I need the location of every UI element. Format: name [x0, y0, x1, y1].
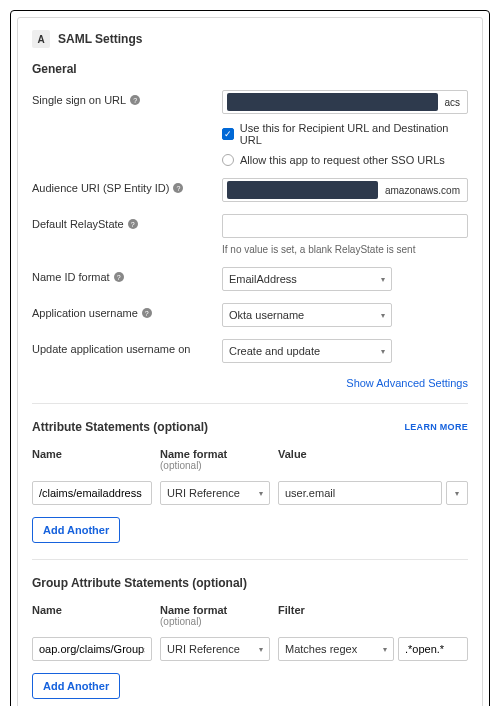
help-icon[interactable]: ? [130, 95, 140, 105]
masked-content [227, 181, 378, 199]
update-on-select[interactable]: Create and update ▾ [222, 339, 392, 363]
relaystate-hint: If no value is set, a blank RelayState i… [222, 244, 468, 255]
chevron-down-icon: ▾ [381, 275, 385, 284]
chevron-down-icon: ▾ [455, 489, 459, 498]
group-name-input[interactable] [32, 637, 152, 661]
attr-name-input[interactable] [32, 481, 152, 505]
add-attribute-button[interactable]: Add Another [32, 517, 120, 543]
help-icon[interactable]: ? [128, 219, 138, 229]
learn-more-link[interactable]: LEARN MORE [405, 422, 469, 432]
update-on-label: Update application username on [32, 343, 190, 355]
recipient-url-checkbox[interactable]: ✓ [222, 128, 234, 140]
chevron-down-icon: ▾ [259, 489, 263, 498]
chevron-down-icon: ▾ [259, 645, 263, 654]
group-filter-select[interactable]: Matches regex ▾ [278, 637, 394, 661]
panel-header: A SAML Settings [32, 30, 468, 48]
group-attribute-row: URI Reference ▾ Matches regex ▾ [32, 637, 468, 661]
help-icon[interactable]: ? [173, 183, 183, 193]
group-filter-pattern-input[interactable] [398, 637, 468, 661]
relaystate-input[interactable] [222, 214, 468, 238]
attr-value-dropdown[interactable]: ▾ [446, 481, 468, 505]
attr-value-select[interactable]: user.email [278, 481, 442, 505]
sso-url-suffix: acs [444, 97, 460, 108]
section-general: General [32, 62, 468, 76]
chevron-down-icon: ▾ [381, 347, 385, 356]
add-group-attribute-button[interactable]: Add Another [32, 673, 120, 699]
allow-other-sso-radio[interactable] [222, 154, 234, 166]
panel-title: SAML Settings [58, 32, 142, 46]
help-icon[interactable]: ? [114, 272, 124, 282]
group-attribute-heading: Group Attribute Statements (optional) [32, 576, 468, 590]
relaystate-label: Default RelayState [32, 218, 124, 230]
show-advanced-link[interactable]: Show Advanced Settings [346, 377, 468, 389]
app-username-select[interactable]: Okta username ▾ [222, 303, 392, 327]
nameid-format-label: Name ID format [32, 271, 110, 283]
nameid-format-select[interactable]: EmailAddress ▾ [222, 267, 392, 291]
sso-url-label: Single sign on URL [32, 94, 126, 106]
attribute-row: URI Reference ▾ user.email ▾ [32, 481, 468, 505]
chevron-down-icon: ▾ [383, 645, 387, 654]
attr-column-headers: Name Name format (optional) Value [32, 448, 468, 471]
attribute-statements-heading: Attribute Statements (optional) [32, 420, 208, 434]
group-format-select[interactable]: URI Reference ▾ [160, 637, 270, 661]
app-username-label: Application username [32, 307, 138, 319]
help-icon[interactable]: ? [142, 308, 152, 318]
recipient-url-label: Use this for Recipient URL and Destinati… [240, 122, 468, 146]
chevron-down-icon: ▾ [381, 311, 385, 320]
audience-suffix: amazonaws.com [385, 185, 460, 196]
masked-content [227, 93, 438, 111]
attr-format-select[interactable]: URI Reference ▾ [160, 481, 270, 505]
step-letter: A [32, 30, 50, 48]
group-column-headers: Name Name format (optional) Filter [32, 604, 468, 627]
allow-other-sso-label: Allow this app to request other SSO URLs [240, 154, 445, 166]
audience-uri-label: Audience URI (SP Entity ID) [32, 182, 169, 194]
